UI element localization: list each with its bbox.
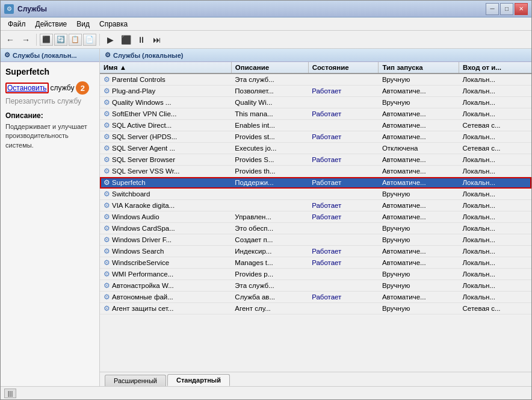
toolbar-btn-4[interactable]: 📄 — [83, 34, 96, 46]
table-row[interactable]: ⚙WMI Performance...Provides p...ВручнуюЛ… — [100, 269, 531, 280]
forward-button[interactable]: → — [19, 33, 33, 47]
service-login-cell: Локальн... — [459, 177, 531, 189]
col-name[interactable]: Имя ▲ — [100, 62, 231, 73]
service-name-cell: ⚙Parental Controls — [100, 74, 184, 85]
service-name-cell: ⚙Windows CardSpa... — [100, 223, 184, 234]
toolbar-btn-1[interactable]: ⬛ — [40, 34, 53, 46]
window-title: Службы — [17, 5, 486, 13]
table-row[interactable]: ⚙Parental ControlsЭта служб...ВручнуюЛок… — [100, 73, 531, 86]
service-startup-cell: Вручную — [379, 234, 459, 246]
service-desc-cell: Позволяет... — [231, 86, 308, 97]
pause-button[interactable]: ⏸ — [134, 33, 149, 47]
gear-icon: ⚙ — [104, 75, 110, 84]
gear-icon-left: ⚙ — [4, 51, 10, 59]
stop-button[interactable]: ⬛ — [119, 33, 133, 47]
back-button[interactable]: ← — [3, 33, 17, 47]
service-name-cell: ⚙Plug-and-Play — [100, 86, 184, 96]
table-row[interactable]: ⚙SuperfetchПоддержи...РаботаетАвтоматиче… — [100, 177, 531, 189]
menu-action[interactable]: Действие — [31, 19, 72, 30]
table-row[interactable]: ⚙Windows Driver F...Создает п...ВручнуюЛ… — [100, 234, 531, 246]
desc-text: Поддерживает и улучшает производительнос… — [5, 122, 94, 150]
minimize-button[interactable]: ─ — [486, 3, 499, 15]
service-startup-cell: Вручную — [379, 303, 459, 314]
table-row[interactable]: ⚙SoftEther VPN Clie...This mana...Работа… — [100, 108, 531, 120]
service-login-cell: Локальн... — [459, 280, 531, 292]
menu-view[interactable]: Вид — [72, 19, 94, 30]
selected-service-name: Superfetch — [5, 67, 94, 77]
service-desc-cell: Создает п... — [231, 234, 308, 246]
table-row[interactable]: ⚙Автонастройка W...Эта служб...ВручнуюЛо… — [100, 280, 531, 292]
tab-extended[interactable]: Расширенный — [105, 375, 166, 386]
stop-service-suffix: службу — [51, 84, 75, 92]
right-panel: ⚙ Службы (локальные) Имя ▲ Описание Сост… — [100, 49, 531, 386]
col-status[interactable]: Состояние — [308, 62, 379, 73]
service-status-cell: Работает — [308, 292, 379, 303]
service-name-cell: ⚙Автонастройка W... — [100, 280, 184, 291]
table-row[interactable]: ⚙SQL Server Agent ...Executes jo...Отклю… — [100, 143, 531, 154]
menu-file[interactable]: Файл — [3, 19, 31, 30]
toolbar-btn-2[interactable]: 🔄 — [54, 34, 67, 46]
table-row[interactable]: ⚙Windows AudioУправлен...РаботаетАвтомат… — [100, 211, 531, 223]
stop-service-link[interactable]: Остановить — [5, 83, 49, 93]
service-status-cell — [308, 73, 379, 86]
skip-button[interactable]: ⏭ — [150, 33, 164, 47]
table-row[interactable]: ⚙Агент защиты сет...Агент слу...ВручнуюС… — [100, 303, 531, 314]
service-startup-cell: Автоматиче... — [379, 292, 459, 303]
service-login-cell: Локальн... — [459, 292, 531, 303]
gear-icon-right: ⚙ — [105, 51, 111, 59]
play-button[interactable]: ▶ — [103, 33, 117, 47]
table-row[interactable]: ⚙Автономные фай...Служба ав...РаботаетАв… — [100, 292, 531, 303]
left-panel-title: Службы (локальн... — [13, 52, 77, 59]
left-panel-content: Superfetch Остановить службу 2 Перезапус… — [1, 62, 99, 386]
table-row[interactable]: ⚙SwitchboardВручнуюЛокальн... — [100, 189, 531, 200]
service-login-cell: Локальн... — [459, 166, 531, 177]
toolbar: ← → ⬛ 🔄 📋 📄 ▶ ⬛ ⏸ ⏭ — [1, 31, 531, 49]
gear-icon: ⚙ — [104, 293, 110, 301]
table-row[interactable]: ⚙Plug-and-PlayПозволяет...РаботаетАвтома… — [100, 86, 531, 97]
service-status-cell — [308, 280, 379, 292]
table-row[interactable]: ⚙Windows SearchИндексир...РаботаетАвтома… — [100, 246, 531, 257]
col-login[interactable]: Вход от и... — [459, 62, 531, 73]
table-row[interactable]: ⚙SQL Server VSS Wr...Provides th...Автом… — [100, 166, 531, 177]
service-status-cell: Работает — [308, 154, 379, 166]
maximize-button[interactable]: □ — [500, 3, 513, 15]
service-login-cell: Локальн... — [459, 234, 531, 246]
service-desc-cell: Агент слу... — [231, 303, 308, 314]
service-login-cell: Локальн... — [459, 86, 531, 97]
status-bar-handle[interactable]: ||| — [4, 389, 16, 398]
service-desc-cell: Provides p... — [231, 269, 308, 280]
services-table[interactable]: Имя ▲ Описание Состояние Тип запуска Вхо… — [100, 62, 531, 372]
service-startup-cell: Автоматиче... — [379, 154, 459, 166]
gear-icon: ⚙ — [104, 98, 110, 107]
service-status-cell — [308, 120, 379, 131]
service-name-cell: ⚙SQL Server Agent ... — [100, 143, 184, 154]
toolbar-btn-3[interactable]: 📋 — [69, 34, 82, 46]
close-button[interactable]: ✕ — [515, 3, 528, 15]
service-status-cell: Работает — [308, 200, 379, 211]
service-startup-cell: Автоматиче... — [379, 257, 459, 269]
gear-icon: ⚙ — [104, 236, 110, 244]
col-desc[interactable]: Описание — [231, 62, 308, 73]
table-row[interactable]: ⚙Windows CardSpa...Это обесп...ВручнуюЛо… — [100, 223, 531, 234]
service-name-cell: ⚙VIA Karaoke digita... — [100, 200, 184, 211]
table-row[interactable]: ⚙Quality Windows ...Quality Wi...Вручную… — [100, 97, 531, 108]
table-row[interactable]: ⚙SQL Server (HPDS...Provides st...Работа… — [100, 131, 531, 143]
service-login-cell: Локальн... — [459, 246, 531, 257]
service-name-cell: ⚙Superfetch — [100, 177, 184, 188]
service-login-cell: Локальн... — [459, 108, 531, 120]
service-startup-cell: Автоматиче... — [379, 108, 459, 120]
table-row[interactable]: ⚙WindscribeServiceManages t...РаботаетАв… — [100, 257, 531, 269]
table-row[interactable]: ⚙SQL Active Direct...Enables int...Автом… — [100, 120, 531, 131]
service-desc-cell: Executes jo... — [231, 143, 308, 154]
service-desc-cell — [231, 189, 308, 200]
service-status-cell: Работает — [308, 211, 379, 223]
service-status-cell: Работает — [308, 131, 379, 143]
service-startup-cell: Автоматиче... — [379, 166, 459, 177]
gear-icon: ⚙ — [104, 270, 110, 278]
service-login-cell: Локальн... — [459, 97, 531, 108]
table-row[interactable]: ⚙VIA Karaoke digita...РаботаетАвтоматиче… — [100, 200, 531, 211]
tab-standard[interactable]: Стандартный — [167, 374, 230, 386]
menu-help[interactable]: Справка — [94, 19, 132, 30]
table-row[interactable]: ⚙SQL Server BrowserProvides S...Работает… — [100, 154, 531, 166]
col-startup[interactable]: Тип запуска — [379, 62, 459, 73]
